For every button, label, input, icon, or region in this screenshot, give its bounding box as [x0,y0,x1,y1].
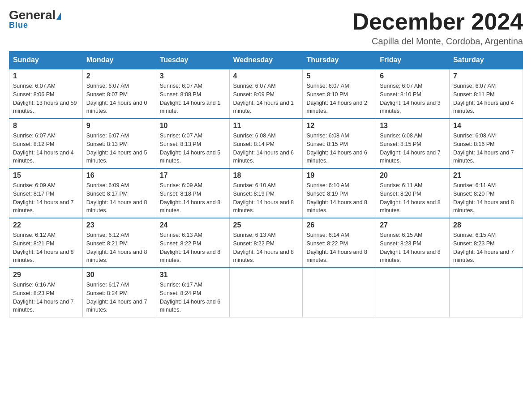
day-number: 15 [13,171,79,180]
day-number: 7 [453,72,519,80]
day-number: 17 [160,171,226,180]
day-info: Sunrise: 6:12 AMSunset: 8:21 PMDaylight:… [13,231,79,265]
location-subtitle: Capilla del Monte, Cordoba, Argentina [352,36,523,47]
day-number: 2 [86,72,152,80]
table-row: 22Sunrise: 6:12 AMSunset: 8:21 PMDayligh… [9,218,83,268]
col-saturday: Saturday [450,51,523,69]
col-friday: Friday [376,51,450,69]
day-info: Sunrise: 6:08 AMSunset: 8:15 PMDaylight:… [306,132,372,165]
day-number: 24 [160,221,226,229]
logo: General Blue [9,9,61,30]
table-row [450,268,523,317]
table-row: 7Sunrise: 6:07 AMSunset: 8:11 PMDaylight… [450,69,523,119]
col-tuesday: Tuesday [156,51,229,69]
calendar-week-row: 8Sunrise: 6:07 AMSunset: 8:12 PMDaylight… [9,119,523,168]
day-info: Sunrise: 6:07 AMSunset: 8:11 PMDaylight:… [453,82,519,116]
col-sunday: Sunday [9,51,83,69]
day-info: Sunrise: 6:17 AMSunset: 8:24 PMDaylight:… [86,281,152,314]
day-info: Sunrise: 6:10 AMSunset: 8:19 PMDaylight:… [306,181,372,215]
day-info: Sunrise: 6:07 AMSunset: 8:10 PMDaylight:… [306,82,372,116]
day-number: 10 [160,122,226,130]
table-row: 25Sunrise: 6:13 AMSunset: 8:22 PMDayligh… [229,218,303,268]
day-info: Sunrise: 6:07 AMSunset: 8:08 PMDaylight:… [160,82,226,116]
day-info: Sunrise: 6:07 AMSunset: 8:06 PMDaylight:… [13,82,79,116]
day-number: 22 [13,221,79,229]
col-wednesday: Wednesday [229,51,303,69]
table-row: 19Sunrise: 6:10 AMSunset: 8:19 PMDayligh… [303,168,376,218]
day-number: 13 [380,122,446,130]
day-info: Sunrise: 6:15 AMSunset: 8:23 PMDaylight:… [380,231,446,265]
day-number: 1 [13,72,79,80]
day-number: 4 [233,72,299,80]
day-number: 14 [453,122,519,130]
table-row: 4Sunrise: 6:07 AMSunset: 8:09 PMDaylight… [229,69,303,119]
day-info: Sunrise: 6:09 AMSunset: 8:17 PMDaylight:… [86,181,152,215]
table-row: 1Sunrise: 6:07 AMSunset: 8:06 PMDaylight… [9,69,83,119]
day-number: 11 [233,122,299,130]
table-row: 10Sunrise: 6:07 AMSunset: 8:13 PMDayligh… [156,119,229,168]
calendar-header-row: Sunday Monday Tuesday Wednesday Thursday… [9,51,523,69]
day-number: 26 [306,221,372,229]
day-info: Sunrise: 6:16 AMSunset: 8:23 PMDaylight:… [13,281,79,314]
day-number: 30 [86,271,152,279]
day-info: Sunrise: 6:14 AMSunset: 8:22 PMDaylight:… [306,231,372,265]
day-info: Sunrise: 6:10 AMSunset: 8:19 PMDaylight:… [233,181,299,215]
day-number: 31 [160,271,226,279]
day-info: Sunrise: 6:15 AMSunset: 8:23 PMDaylight:… [453,231,519,265]
table-row [229,268,303,317]
month-title: December 2024 [352,9,523,34]
day-info: Sunrise: 6:08 AMSunset: 8:15 PMDaylight:… [380,132,446,165]
col-thursday: Thursday [303,51,376,69]
table-row: 23Sunrise: 6:12 AMSunset: 8:21 PMDayligh… [82,218,156,268]
table-row: 15Sunrise: 6:09 AMSunset: 8:17 PMDayligh… [9,168,83,218]
day-number: 3 [160,72,226,80]
logo-triangle-icon [56,13,61,20]
calendar-week-row: 1Sunrise: 6:07 AMSunset: 8:06 PMDaylight… [9,69,523,119]
day-info: Sunrise: 6:09 AMSunset: 8:17 PMDaylight:… [13,181,79,215]
day-number: 18 [233,171,299,180]
table-row: 20Sunrise: 6:11 AMSunset: 8:20 PMDayligh… [376,168,450,218]
calendar-week-row: 15Sunrise: 6:09 AMSunset: 8:17 PMDayligh… [9,168,523,218]
logo-general: General [9,8,56,22]
table-row: 24Sunrise: 6:13 AMSunset: 8:22 PMDayligh… [156,218,229,268]
day-number: 6 [380,72,446,80]
logo-blue-text: Blue [9,21,28,30]
table-row: 5Sunrise: 6:07 AMSunset: 8:10 PMDaylight… [303,69,376,119]
day-info: Sunrise: 6:09 AMSunset: 8:18 PMDaylight:… [160,181,226,215]
day-number: 12 [306,122,372,130]
table-row: 18Sunrise: 6:10 AMSunset: 8:19 PMDayligh… [229,168,303,218]
calendar-week-row: 29Sunrise: 6:16 AMSunset: 8:23 PMDayligh… [9,268,523,317]
day-info: Sunrise: 6:07 AMSunset: 8:13 PMDaylight:… [86,132,152,165]
table-row: 6Sunrise: 6:07 AMSunset: 8:10 PMDaylight… [376,69,450,119]
day-info: Sunrise: 6:07 AMSunset: 8:09 PMDaylight:… [233,82,299,116]
table-row: 29Sunrise: 6:16 AMSunset: 8:23 PMDayligh… [9,268,83,317]
table-row [303,268,376,317]
day-number: 23 [86,221,152,229]
calendar-table: Sunday Monday Tuesday Wednesday Thursday… [9,51,523,317]
table-row: 11Sunrise: 6:08 AMSunset: 8:14 PMDayligh… [229,119,303,168]
table-row: 13Sunrise: 6:08 AMSunset: 8:15 PMDayligh… [376,119,450,168]
table-row: 3Sunrise: 6:07 AMSunset: 8:08 PMDaylight… [156,69,229,119]
col-monday: Monday [82,51,156,69]
day-info: Sunrise: 6:13 AMSunset: 8:22 PMDaylight:… [233,231,299,265]
day-info: Sunrise: 6:11 AMSunset: 8:20 PMDaylight:… [453,181,519,215]
table-row: 28Sunrise: 6:15 AMSunset: 8:23 PMDayligh… [450,218,523,268]
page-header: General Blue December 2024 Capilla del M… [9,9,523,47]
day-number: 20 [380,171,446,180]
day-number: 8 [13,122,79,130]
table-row: 9Sunrise: 6:07 AMSunset: 8:13 PMDaylight… [82,119,156,168]
day-number: 27 [380,221,446,229]
day-number: 19 [306,171,372,180]
day-info: Sunrise: 6:17 AMSunset: 8:24 PMDaylight:… [160,281,226,314]
table-row: 21Sunrise: 6:11 AMSunset: 8:20 PMDayligh… [450,168,523,218]
day-number: 5 [306,72,372,80]
day-number: 9 [86,122,152,130]
table-row: 30Sunrise: 6:17 AMSunset: 8:24 PMDayligh… [82,268,156,317]
table-row: 12Sunrise: 6:08 AMSunset: 8:15 PMDayligh… [303,119,376,168]
day-number: 21 [453,171,519,180]
day-info: Sunrise: 6:07 AMSunset: 8:12 PMDaylight:… [13,132,79,165]
table-row: 31Sunrise: 6:17 AMSunset: 8:24 PMDayligh… [156,268,229,317]
day-info: Sunrise: 6:07 AMSunset: 8:10 PMDaylight:… [380,82,446,116]
table-row: 17Sunrise: 6:09 AMSunset: 8:18 PMDayligh… [156,168,229,218]
day-info: Sunrise: 6:11 AMSunset: 8:20 PMDaylight:… [380,181,446,215]
